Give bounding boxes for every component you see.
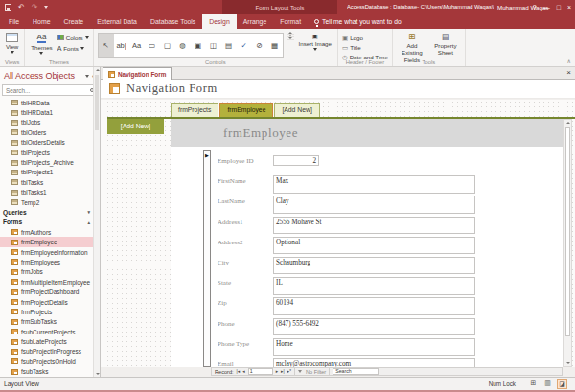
undo-icon[interactable]: ↶ (18, 0, 25, 14)
layout-view-icon[interactable]: ◪ (557, 379, 567, 389)
ribbon-tab[interactable]: Arrange (237, 14, 274, 29)
record-position-input[interactable]: 1 (248, 368, 273, 375)
nav-item[interactable]: tblTasks (0, 177, 100, 187)
field-input[interactable]: Optional (273, 237, 475, 255)
nav-item[interactable]: fsubTasks (0, 367, 100, 377)
no-filter-button[interactable]: No Filter (306, 369, 326, 375)
ribbon-tab[interactable]: Database Tools (144, 14, 202, 29)
nav-item[interactable]: fsubCurrentProjects (0, 327, 100, 336)
navigation-control-icon[interactable]: ◫ (206, 34, 221, 57)
title-button[interactable]: ▭ Title (342, 43, 388, 51)
field-input[interactable]: Clay (273, 196, 475, 214)
nav-item[interactable]: frmProjects (0, 307, 100, 316)
subform-scrollbar[interactable] (564, 119, 572, 367)
tab-control-icon[interactable]: ▢ (160, 34, 175, 57)
view-button[interactable]: View (4, 32, 20, 55)
document-close-icon[interactable]: × (566, 67, 571, 79)
record-search-input[interactable]: Search (333, 368, 379, 375)
nav-item[interactable]: tblProjects_Archive (0, 157, 100, 167)
side-add-new-button[interactable]: [Add New] (107, 119, 164, 134)
nav-item[interactable]: fsubProjectsOnHold (0, 357, 100, 366)
nav-item[interactable]: tblProjects1 (0, 168, 100, 177)
close-button[interactable]: × (567, 4, 571, 11)
gallery-down-icon[interactable] (288, 35, 292, 36)
scroll-up-icon[interactable] (96, 69, 100, 71)
help-button[interactable]: ? (533, 4, 537, 11)
scroll-down-icon[interactable] (566, 362, 570, 364)
nav-item[interactable]: frmAuthors (0, 227, 100, 237)
maximize-button[interactable]: □ (557, 4, 561, 11)
nav-item[interactable]: tblOrdersDetails (0, 138, 100, 148)
logo-button[interactable]: ▣ Logo (342, 34, 388, 41)
ribbon-tab[interactable]: Home (26, 14, 57, 29)
nav-item[interactable]: tblProjects (0, 148, 100, 157)
web-browser-icon[interactable]: ▣ (191, 34, 206, 57)
nav-item[interactable]: frmEmployee (0, 237, 100, 246)
field-input[interactable]: Home (273, 338, 475, 357)
qat-customize-caret-icon[interactable] (44, 6, 48, 9)
save-icon[interactable] (5, 4, 12, 11)
datasheet-view-icon[interactable]: ⊞ (528, 379, 539, 389)
search-input[interactable]: Search... (2, 84, 98, 96)
next-record-icon[interactable]: ▸ (276, 368, 278, 375)
textbox-icon[interactable]: ab| (114, 34, 129, 57)
label-icon[interactable]: Aa (129, 34, 145, 57)
nav-item[interactable]: tblHRData (0, 98, 100, 107)
tell-me-box[interactable]: Tell me what you want to do (314, 14, 402, 29)
form-view-icon[interactable]: ▥ (542, 379, 553, 389)
nav-item[interactable]: frmProjectDashboard (0, 287, 100, 296)
nav-item[interactable]: frmMultipleItemEmployee (0, 277, 100, 287)
navigation-tab[interactable]: frmEmployee (219, 103, 273, 117)
gallery-more-icon[interactable] (288, 37, 292, 39)
button-icon[interactable]: ▭ (145, 34, 160, 57)
field-input[interactable]: 60194 (273, 297, 475, 315)
scroll-down-icon[interactable] (96, 373, 100, 375)
nav-pane-menu-caret-icon[interactable] (85, 75, 89, 78)
field-input[interactable]: mclay@astrocompany.com (273, 358, 475, 367)
checkbox-icon[interactable]: ✓ (237, 34, 252, 57)
ribbon-tab[interactable]: File (2, 14, 26, 29)
field-input[interactable]: (847) 555-6492 (273, 318, 475, 336)
attachment-icon[interactable]: ⊘ (252, 34, 267, 57)
field-input[interactable]: Schaumburg (273, 257, 475, 275)
nav-item[interactable]: fsubProjectInProgress (0, 347, 100, 357)
document-tab[interactable]: Navigation Form (103, 67, 172, 80)
navigation-tab[interactable]: frmProjects (171, 103, 218, 117)
nav-item[interactable]: Temp2 (0, 197, 100, 207)
ribbon-tab[interactable]: Create (58, 14, 91, 29)
field-input[interactable]: 2 (273, 155, 319, 166)
nav-item[interactable]: frmSubTasks (0, 317, 100, 327)
scroll-thumb[interactable] (95, 75, 99, 130)
nav-item[interactable]: Queries ▾ (0, 207, 100, 217)
nav-item[interactable]: tblJobs (0, 118, 100, 127)
insert-image-button[interactable]: ▣ Insert Image (297, 32, 334, 52)
minimize-button[interactable]: — (543, 4, 550, 11)
nav-pane-scrollbar[interactable] (93, 67, 100, 377)
first-record-icon[interactable]: |◂ (237, 368, 241, 375)
gallery-up-icon[interactable] (288, 32, 292, 34)
record-selector-bar[interactable]: ▶ (203, 150, 211, 367)
last-record-icon[interactable]: ▸| (281, 368, 285, 375)
option-group-icon[interactable]: ▤ (221, 34, 237, 57)
nav-item[interactable]: frmJobs (0, 267, 100, 277)
nav-item[interactable]: fsubLateProjects (0, 336, 100, 346)
hyperlink-icon[interactable]: ◍ (175, 34, 191, 57)
nav-item[interactable]: frmEmployeeInformation (0, 247, 100, 257)
navigation-tab[interactable]: [Add New] (274, 103, 319, 117)
colors-button[interactable]: Colors (58, 34, 89, 41)
nav-item[interactable]: frmEmployees (0, 257, 100, 266)
nav-item[interactable]: tblOrders (0, 127, 100, 137)
ribbon-tab[interactable]: Format (273, 14, 308, 29)
ribbon-tab[interactable]: Design (202, 14, 236, 29)
select-icon[interactable]: ↖ (99, 34, 114, 57)
subform-title[interactable]: frmEmployee (223, 126, 298, 141)
property-sheet-button[interactable]: ▤ Property Sheet (430, 32, 461, 58)
field-input[interactable]: IL (273, 277, 475, 295)
themes-button[interactable]: Aa Themes (29, 32, 54, 56)
scroll-thumb[interactable] (565, 127, 570, 336)
subform-icon[interactable]: ▦ (267, 34, 283, 57)
nav-item[interactable]: frmProjectDetails (0, 297, 100, 307)
scroll-up-icon[interactable] (566, 122, 570, 124)
field-input[interactable]: Max (273, 175, 475, 194)
field-input[interactable]: 2556 Mohave St (273, 217, 475, 235)
